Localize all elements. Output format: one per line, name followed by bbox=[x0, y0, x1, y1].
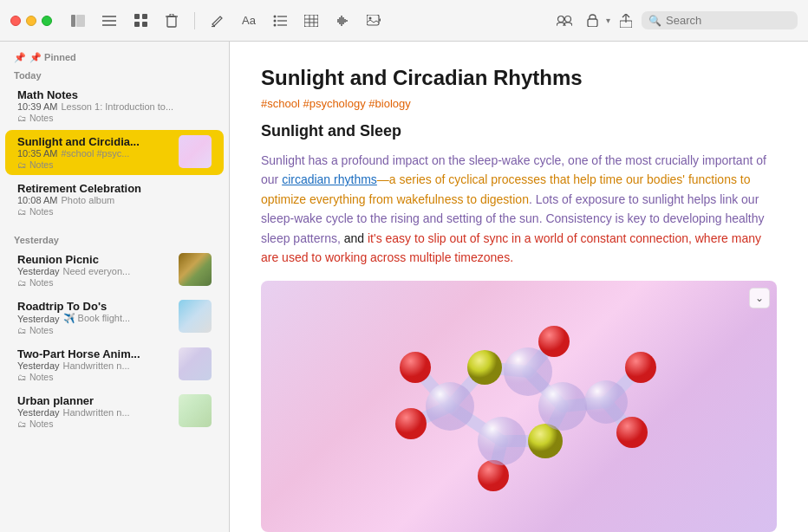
sidebar-toggle-icon[interactable] bbox=[66, 9, 90, 33]
note-item-math[interactable]: Math Notes 10:39 AM Lesson 1: Introducti… bbox=[5, 83, 224, 128]
note-body-text: Sunlight has a profound impact on the sl… bbox=[261, 151, 777, 267]
traffic-lights bbox=[10, 16, 52, 26]
note-item-sunlight-text: Sunlight and Circidia... 10:35 AM #schoo… bbox=[17, 135, 172, 170]
right-toolbar: ▾ 🔍 bbox=[552, 9, 798, 33]
export-icon[interactable] bbox=[614, 9, 638, 33]
note-item-roadtrip-text: Roadtrip To Do's Yesterday ✈️ Book fligh… bbox=[17, 300, 172, 335]
note-item-retirement[interactable]: Retirement Celebration 10:08 AM Photo al… bbox=[5, 177, 224, 222]
note-folder-retirement: 🗂Notes bbox=[17, 206, 212, 217]
note-meta-roadtrip: Yesterday ✈️ Book flight... bbox=[17, 313, 172, 324]
svg-point-61 bbox=[504, 347, 552, 396]
image-expand-button[interactable]: ⌄ bbox=[749, 288, 770, 308]
minimize-button[interactable] bbox=[26, 16, 36, 26]
note-title-urban: Urban planner bbox=[17, 394, 172, 407]
pin-icon: 📌 bbox=[14, 52, 26, 63]
note-subtitle: Sunlight and Sleep bbox=[261, 122, 777, 140]
note-body-link: circadian rhythms bbox=[282, 172, 377, 186]
svg-rect-36 bbox=[588, 19, 597, 27]
svg-point-17 bbox=[274, 23, 277, 26]
note-meta-horse: Yesterday Handwritten n... bbox=[17, 360, 172, 371]
svg-point-56 bbox=[625, 352, 656, 383]
note-item-horse-text: Two-Part Horse Anim... Yesterday Handwri… bbox=[17, 347, 172, 382]
checklist-icon[interactable] bbox=[268, 9, 292, 33]
note-main-title: Sunlight and Circadian Rhythms bbox=[261, 66, 777, 90]
svg-point-35 bbox=[565, 16, 571, 22]
svg-point-63 bbox=[478, 417, 526, 465]
maximize-button[interactable] bbox=[42, 16, 52, 26]
svg-point-15 bbox=[274, 19, 277, 22]
note-meta-retirement: 10:08 AM Photo album bbox=[17, 195, 212, 205]
note-thumbnail-urban bbox=[179, 394, 212, 427]
note-folder-urban: 🗂Notes bbox=[17, 418, 172, 429]
titlebar: Aa ▾ 🔍 bbox=[0, 0, 808, 42]
svg-point-34 bbox=[558, 16, 564, 22]
divider-1 bbox=[194, 12, 195, 29]
svg-point-52 bbox=[400, 352, 431, 383]
svg-point-57 bbox=[616, 417, 648, 448]
note-editor[interactable]: Sunlight and Circadian Rhythms #school #… bbox=[230, 42, 808, 532]
note-meta-reunion: Yesterday Need everyon... bbox=[17, 266, 172, 276]
note-title-horse: Two-Part Horse Anim... bbox=[17, 347, 172, 360]
svg-rect-8 bbox=[142, 22, 147, 27]
note-meta-math: 10:39 AM Lesson 1: Introduction to... bbox=[17, 101, 212, 112]
note-item-urban-text: Urban planner Yesterday Handwritten n...… bbox=[17, 394, 172, 429]
svg-point-60 bbox=[426, 382, 474, 431]
note-title-roadtrip: Roadtrip To Do's bbox=[17, 300, 172, 313]
audio-icon[interactable] bbox=[330, 9, 355, 33]
delete-icon[interactable] bbox=[160, 9, 184, 33]
note-item-urban[interactable]: Urban planner Yesterday Handwritten n...… bbox=[5, 389, 224, 434]
note-title-math: Math Notes bbox=[17, 88, 212, 101]
note-item-reunion[interactable]: Reunion Picnic Yesterday Need everyon...… bbox=[5, 248, 224, 293]
note-meta-sunlight: 10:35 AM #school #psyc... bbox=[17, 148, 172, 159]
grid-view-icon[interactable] bbox=[128, 9, 153, 33]
note-folder-sunlight: 🗂Notes bbox=[17, 159, 172, 170]
sidebar: 📌 📌 Pinned Today Math Notes 10:39 AM Les… bbox=[0, 42, 230, 532]
note-folder-reunion: 🗂Notes bbox=[17, 277, 172, 288]
note-thumbnail-roadtrip bbox=[179, 300, 212, 333]
format-icon[interactable]: Aa bbox=[237, 9, 261, 33]
svg-point-32 bbox=[369, 16, 372, 19]
note-item-roadtrip[interactable]: Roadtrip To Do's Yesterday ✈️ Book fligh… bbox=[5, 295, 224, 341]
svg-rect-7 bbox=[134, 22, 140, 27]
svg-point-13 bbox=[274, 15, 277, 17]
svg-rect-1 bbox=[76, 15, 85, 27]
note-item-reunion-text: Reunion Picnic Yesterday Need everyon...… bbox=[17, 253, 172, 288]
note-item-horse[interactable]: Two-Part Horse Anim... Yesterday Handwri… bbox=[5, 342, 224, 387]
close-button[interactable] bbox=[10, 16, 21, 26]
note-image-block: ⌄ bbox=[261, 281, 777, 532]
svg-point-64 bbox=[584, 380, 628, 424]
yesterday-section-label: Yesterday bbox=[0, 230, 229, 247]
list-view-icon[interactable] bbox=[97, 9, 121, 33]
svg-rect-31 bbox=[367, 15, 379, 25]
search-box[interactable]: 🔍 bbox=[642, 11, 798, 29]
svg-point-53 bbox=[395, 408, 427, 439]
note-thumbnail-reunion bbox=[179, 253, 212, 286]
note-title-retirement: Retirement Celebration bbox=[17, 182, 212, 195]
note-body-normal: and bbox=[341, 231, 368, 245]
search-icon: 🔍 bbox=[648, 15, 661, 27]
svg-rect-0 bbox=[71, 15, 75, 27]
svg-point-62 bbox=[538, 382, 587, 431]
note-item-retirement-text: Retirement Celebration 10:08 AM Photo al… bbox=[17, 182, 212, 217]
compose-icon[interactable] bbox=[205, 9, 230, 33]
search-input[interactable] bbox=[666, 14, 791, 27]
note-item-sunlight[interactable]: Sunlight and Circidia... 10:35 AM #schoo… bbox=[5, 130, 224, 175]
molecule-illustration bbox=[277, 289, 762, 523]
note-title-sunlight: Sunlight and Circidia... bbox=[17, 135, 172, 148]
svg-rect-5 bbox=[134, 14, 140, 19]
media-icon[interactable] bbox=[362, 9, 386, 33]
note-thumbnail-horse bbox=[179, 347, 212, 380]
lock-icon[interactable] bbox=[580, 9, 604, 33]
svg-point-55 bbox=[538, 326, 570, 357]
main-content: 📌 📌 Pinned Today Math Notes 10:39 AM Les… bbox=[0, 42, 808, 532]
note-tags: #school #psychology #biology bbox=[261, 97, 777, 110]
collaborate-icon[interactable] bbox=[552, 9, 577, 33]
table-icon[interactable] bbox=[299, 9, 323, 33]
note-meta-urban: Yesterday Handwritten n... bbox=[17, 407, 172, 418]
pinned-label: 📌 📌 Pinned bbox=[0, 49, 229, 65]
note-folder-roadtrip: 🗂Notes bbox=[17, 325, 172, 335]
svg-rect-6 bbox=[142, 14, 147, 19]
svg-rect-9 bbox=[167, 16, 176, 27]
note-title-reunion: Reunion Picnic bbox=[17, 253, 172, 266]
svg-rect-11 bbox=[170, 14, 173, 16]
